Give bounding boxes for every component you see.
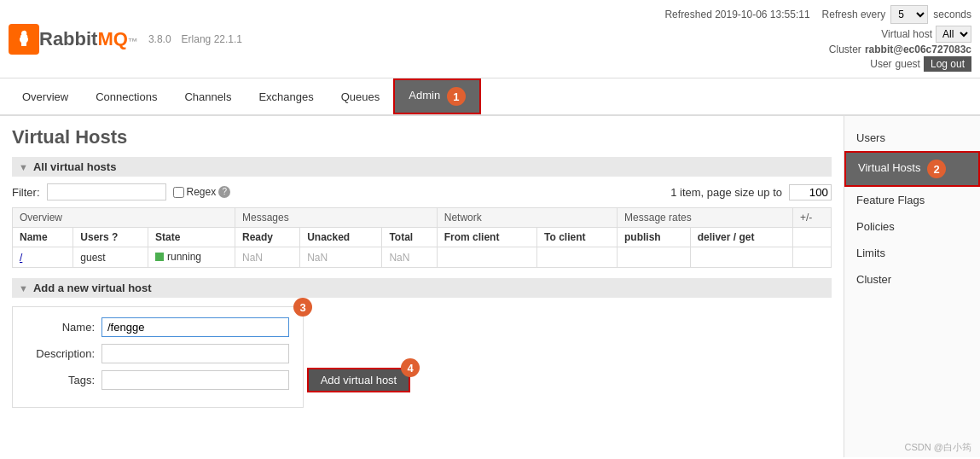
cell-to-client: [537, 247, 618, 268]
help-icon[interactable]: ?: [218, 186, 230, 198]
logo-text: RabbitMQ™: [39, 28, 138, 50]
nav-item-connections[interactable]: Connections: [82, 84, 171, 110]
col-deliver-get: deliver / get: [690, 228, 792, 247]
col-users: Users ?: [73, 228, 148, 247]
refresh-unit: seconds: [933, 9, 971, 20]
nav-item-channels[interactable]: Channels: [171, 84, 245, 110]
nav-item-admin[interactable]: Admin 1: [393, 78, 480, 114]
sidebar-item-cluster[interactable]: Cluster: [844, 266, 980, 293]
name-input[interactable]: [101, 317, 289, 337]
user-label: User: [870, 58, 891, 70]
col-ready: Ready: [235, 228, 299, 247]
col-publish: publish: [618, 228, 691, 247]
state-text: running: [167, 251, 201, 263]
description-label: Description:: [26, 347, 95, 360]
filter-input[interactable]: [47, 183, 166, 200]
sidebar-item-feature-flags[interactable]: Feature Flags: [844, 187, 980, 213]
description-input[interactable]: [101, 344, 289, 363]
add-virtual-host-button[interactable]: Add virtual host: [307, 368, 411, 392]
cluster-value: rabbit@ec06c727083c: [865, 44, 971, 55]
regex-check: Regex ?: [173, 186, 231, 198]
regex-label: Regex: [187, 186, 217, 198]
header-right: Refreshed 2019-10-06 13:55:11 Refresh ev…: [664, 5, 971, 73]
sidebar-item-policies[interactable]: Policies: [844, 213, 980, 240]
content-area: Virtual Hosts ▼ All virtual hosts Filter…: [0, 116, 844, 457]
refresh-label: Refresh every: [822, 9, 886, 20]
pagination-text: 1 item, page size up to: [670, 186, 782, 199]
add-vhost-section-header: ▼ Add a new virtual host: [12, 278, 832, 298]
form-badge: 3: [293, 298, 312, 317]
nav-item-exchanges[interactable]: Exchanges: [245, 84, 327, 110]
sidebar-item-users[interactable]: Users: [844, 125, 980, 151]
cluster-label: Cluster: [829, 44, 861, 55]
admin-badge: 1: [447, 87, 466, 106]
sidebar-item-virtual-hosts[interactable]: Virtual Hosts 2: [844, 151, 980, 187]
nav-item-queues[interactable]: Queues: [328, 84, 394, 110]
tags-input[interactable]: [101, 370, 289, 390]
watermark: CSDN @白小筠: [905, 441, 971, 454]
cell-state: running: [148, 247, 235, 268]
table-row: / guest running NaN NaN NaN: [13, 247, 832, 268]
cell-ready: NaN: [235, 247, 299, 268]
group-plus-minus[interactable]: +/-: [792, 208, 831, 228]
erlang-label: Erlang 22.1.1: [182, 33, 242, 45]
logout-button[interactable]: Log out: [924, 56, 971, 72]
cell-users: guest: [73, 247, 148, 268]
add-btn-badge: 4: [401, 358, 420, 377]
add-vhost-title: Add a new virtual host: [33, 282, 152, 294]
cluster-row: Cluster rabbit@ec06c727083c: [664, 44, 971, 55]
filter-label: Filter:: [12, 186, 40, 199]
name-label: Name:: [26, 321, 95, 334]
name-row: Name:: [26, 317, 289, 337]
col-state: State: [148, 228, 235, 247]
all-vhosts-title: All virtual hosts: [33, 160, 117, 173]
logo: RabbitMQ™: [9, 24, 138, 55]
tags-row: Tags:: [26, 370, 289, 390]
logo-icon: [9, 24, 39, 55]
header: RabbitMQ™ 3.8.0 Erlang 22.1.1 Refreshed …: [0, 0, 980, 78]
sidebar-item-limits[interactable]: Limits: [844, 240, 980, 266]
refresh-area: Refreshed 2019-10-06 13:55:11 Refresh ev…: [664, 5, 971, 24]
col-to-client: To client: [537, 228, 618, 247]
cell-name[interactable]: /: [13, 247, 73, 268]
filter-row: Filter: Regex ? 1 item, page size up to: [12, 183, 832, 200]
logo-area: RabbitMQ™ 3.8.0 Erlang 22.1.1: [9, 24, 242, 55]
cell-publish: [618, 247, 691, 268]
user-row: User guest Log out: [664, 56, 971, 72]
table-header-row: Name Users ? State Ready Unacked Total F…: [13, 228, 832, 247]
group-overview: Overview: [13, 208, 235, 228]
nav-item-overview[interactable]: Overview: [9, 84, 82, 110]
regex-checkbox[interactable]: [173, 187, 184, 198]
col-extra: [792, 228, 831, 247]
col-from-client: From client: [437, 228, 536, 247]
group-message-rates: Message rates: [618, 208, 793, 228]
col-name: Name: [13, 228, 73, 247]
group-network: Network: [437, 208, 617, 228]
vhost-row: Virtual host All /: [664, 26, 971, 43]
vhost-label: Virtual host: [881, 28, 932, 40]
all-vhosts-section-header: ▼ All virtual hosts: [12, 157, 832, 177]
nav-bar: Overview Connections Channels Exchanges …: [0, 78, 980, 116]
add-vhost-section: ▼ Add a new virtual host 3 Name: Descrip…: [12, 278, 832, 408]
col-total: Total: [382, 228, 437, 247]
cell-from-client: [437, 247, 536, 268]
running-dot: [155, 253, 164, 261]
cell-total: NaN: [382, 247, 437, 268]
collapse-arrow[interactable]: ▼: [19, 162, 28, 172]
virtual-hosts-badge: 2: [927, 160, 946, 178]
version-label: 3.8.0: [148, 33, 171, 45]
main-area: Virtual Hosts ▼ All virtual hosts Filter…: [0, 116, 980, 457]
add-collapse-arrow[interactable]: ▼: [19, 283, 28, 293]
page-title: Virtual Hosts: [12, 126, 832, 148]
refresh-select[interactable]: 5 10 30 60: [890, 5, 928, 24]
user-value: guest: [896, 58, 920, 70]
table-group-row: Overview Messages Network Message rates …: [13, 208, 832, 228]
tags-label: Tags:: [26, 374, 95, 386]
description-row: Description:: [26, 344, 289, 363]
vhost-select[interactable]: All /: [936, 26, 971, 43]
col-unacked: Unacked: [300, 228, 382, 247]
vhosts-table: Overview Messages Network Message rates …: [12, 207, 832, 268]
page-size-input[interactable]: [789, 184, 832, 200]
group-messages: Messages: [235, 208, 437, 228]
sidebar: Users Virtual Hosts 2 Feature Flags Poli…: [844, 116, 980, 457]
